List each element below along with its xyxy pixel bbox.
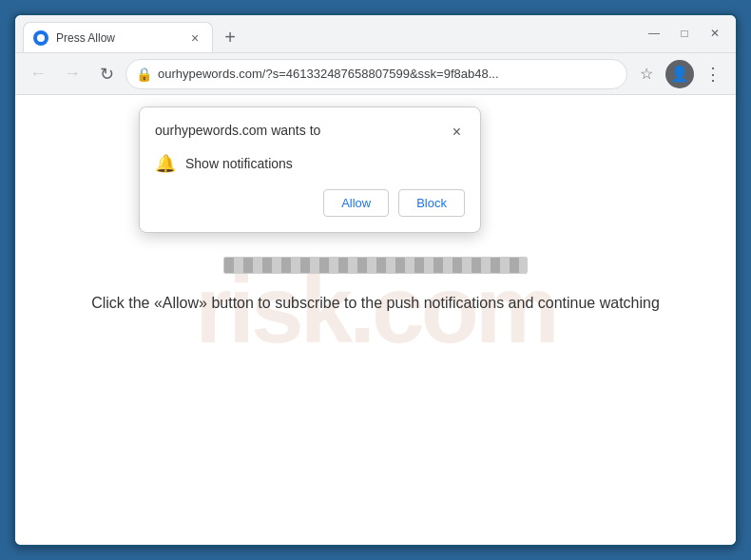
forward-button[interactable]: → (57, 59, 87, 89)
popup-close-button[interactable]: × (449, 123, 465, 142)
popup-title: ourhypewords.com wants to (155, 123, 320, 138)
menu-button[interactable]: ⋮ (698, 59, 728, 89)
address-bar[interactable]: 🔒 ourhypewords.com/?s=461332487658807599… (125, 59, 627, 89)
popup-header: ourhypewords.com wants to × (155, 123, 465, 142)
address-domain: ourhypewords.com (158, 67, 262, 81)
loading-bar-fill (224, 258, 527, 273)
window-controls: — □ ✕ (641, 22, 728, 45)
reload-button[interactable]: ↻ (91, 59, 122, 89)
browser-window: Press Allow × + — □ ✕ ← → ↻ 🔒 ourhypewor… (13, 13, 738, 547)
popup-permission-row: 🔔 Show notifications (155, 153, 465, 174)
loading-bar-container (223, 228, 528, 289)
tab-close-button[interactable]: × (187, 30, 202, 46)
title-bar: Press Allow × + — □ ✕ (15, 15, 736, 53)
nav-bar: ← → ↻ 🔒 ourhypewords.com/?s=461332487658… (15, 53, 736, 95)
tab-title: Press Allow (56, 31, 180, 45)
cta-text: Click the «Allow» button to subscribe to… (91, 293, 660, 314)
loading-bar (223, 257, 528, 274)
account-button[interactable]: 👤 (665, 60, 694, 88)
loading-stripe (224, 258, 527, 273)
allow-button[interactable]: Allow (323, 189, 389, 217)
browser-content: risk.com ourhypewords.com wants to × 🔔 S… (15, 95, 736, 545)
address-text: ourhypewords.com/?s=461332487658807599&s… (158, 67, 617, 81)
popup-buttons: Allow Block (155, 189, 465, 217)
popup-permission-text: Show notifications (185, 156, 293, 171)
minimize-button[interactable]: — (641, 22, 667, 45)
block-button[interactable]: Block (398, 189, 465, 217)
tab-area: Press Allow × + (23, 15, 635, 52)
page-content: risk.com ourhypewords.com wants to × 🔔 S… (15, 95, 736, 545)
lock-icon: 🔒 (136, 67, 152, 82)
bell-icon: 🔔 (155, 153, 176, 174)
close-button[interactable]: ✕ (702, 22, 728, 45)
back-button[interactable]: ← (23, 59, 53, 89)
active-tab[interactable]: Press Allow × (23, 22, 213, 52)
tab-favicon-icon (33, 30, 48, 46)
address-path: /?s=461332487658807599&ssk=9f8ab48... (262, 67, 499, 81)
new-tab-button[interactable]: + (217, 24, 243, 50)
maximize-button[interactable]: □ (671, 22, 698, 45)
notification-popup: ourhypewords.com wants to × 🔔 Show notif… (139, 106, 481, 233)
bookmark-button[interactable]: ☆ (631, 59, 662, 89)
